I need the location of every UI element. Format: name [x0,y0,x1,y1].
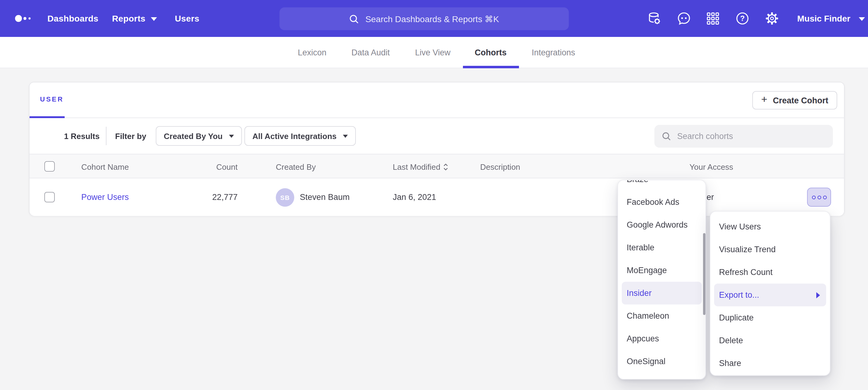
menu-item-share[interactable]: Share [710,352,830,375]
tab-lexicon[interactable]: Lexicon [298,37,326,68]
top-navbar: Dashboards Reports Users Search Dashboar… [0,0,868,37]
account-menu[interactable]: Music Finder [797,0,865,37]
export-submenu: BrazeFacebook AdsGoogle AdwordsIterableM… [617,180,706,380]
menu-item-facebook-ads[interactable]: Facebook Ads [618,191,706,214]
help-icon[interactable]: ? [736,12,749,25]
svg-text:?: ? [740,14,745,23]
nav-reports[interactable]: Reports [112,0,157,37]
menu-item-moengage[interactable]: MoEngage [618,259,706,282]
chevron-down-icon [229,135,234,138]
global-search-input[interactable]: Search Dashboards & Reports ⌘K [279,7,569,30]
avatar: SB [276,188,294,207]
tab-data-audit[interactable]: Data Audit [351,37,390,68]
cohorts-page: Dashboards Reports Users Search Dashboar… [0,0,868,390]
menu-item-export-to[interactable]: Export to... [714,284,826,306]
cohorts-card: USER + Create Cohort 1 Results Filter by… [29,82,845,216]
section-tabs: LexiconData AuditLive ViewCohortsIntegra… [0,37,868,68]
created-by-filter[interactable]: Created By You [156,126,242,146]
last-modified-date: Jan 6, 2021 [393,178,436,216]
tab-cohorts[interactable]: Cohorts [475,37,507,68]
row-context-menu: View UsersVisualize TrendRefresh CountEx… [710,211,831,376]
submenu-arrow-icon [816,292,820,298]
data-settings-icon[interactable] [648,12,661,25]
nav-dashboards[interactable]: Dashboards [48,0,98,37]
tab-live-view[interactable]: Live View [415,37,450,68]
menu-item-braze[interactable]: Braze [618,180,706,191]
cohort-type-tabs: USER + Create Cohort [30,83,844,118]
user-tab-underline [30,116,65,118]
divider [106,127,106,145]
sort-icon [443,163,448,171]
menu-item-google-adwords[interactable]: Google Adwords [618,214,706,236]
column-header-description: Description [480,154,520,179]
settings-gear-icon[interactable] [765,12,779,25]
column-header-count: Count [188,154,238,179]
plus-icon: + [761,94,767,106]
cohort-name-link[interactable]: Power Users [81,178,129,216]
menu-item-onesignal[interactable]: OneSignal [618,350,706,373]
filter-bar: 1 Results Filter by Created By You All A… [30,118,844,154]
menu-item-view-users[interactable]: View Users [710,215,830,238]
chevron-down-icon [343,135,348,138]
menu-item-delete[interactable]: Delete [710,329,830,352]
table-row: Power Users 22,777 SB Steven Baum Jan 6,… [30,178,844,216]
menu-item-duplicate[interactable]: Duplicate [710,306,830,329]
mixpanel-logo-icon[interactable] [15,15,32,22]
column-header-last-modified[interactable]: Last Modified [393,154,448,179]
table-header: Cohort NameCountCreated ByLast ModifiedD… [30,154,844,178]
feedback-icon[interactable] [677,12,691,25]
results-count: 1 Results [64,118,100,154]
menu-item-insider[interactable]: Insider [622,282,702,304]
row-actions-button[interactable] [807,188,831,207]
tab-integrations[interactable]: Integrations [532,37,575,68]
select-all-checkbox[interactable] [44,161,55,172]
cohort-search-input[interactable]: Search cohorts [654,125,833,148]
submenu-scrollbar[interactable] [703,233,706,315]
menu-item-chameleon[interactable]: Chameleon [618,304,706,327]
integrations-filter[interactable]: All Active Integrations [244,126,356,146]
search-icon [349,14,359,24]
nav-users[interactable]: Users [175,0,199,37]
menu-item-iterable[interactable]: Iterable [618,236,706,259]
column-header-cohort-name: Cohort Name [81,154,129,179]
row-checkbox[interactable] [44,192,55,202]
column-header-your-access: Your Access [689,154,733,179]
filter-by-label: Filter by [115,118,146,154]
apps-grid-icon[interactable] [706,12,720,25]
menu-item-appcues[interactable]: Appcues [618,327,706,350]
create-cohort-button[interactable]: + Create Cohort [752,91,837,109]
cohort-count: 22,777 [188,178,238,216]
menu-item-visualize-trend[interactable]: Visualize Trend [710,238,830,261]
column-header-created-by: Created By [276,154,316,179]
chevron-down-icon [859,17,865,21]
menu-item-refresh-count[interactable]: Refresh Count [710,261,830,284]
active-tab-underline [463,66,519,68]
tab-user[interactable]: USER [40,95,64,103]
chevron-down-icon [151,17,157,21]
search-icon [662,132,671,141]
created-by-name: Steven Baum [300,178,350,216]
